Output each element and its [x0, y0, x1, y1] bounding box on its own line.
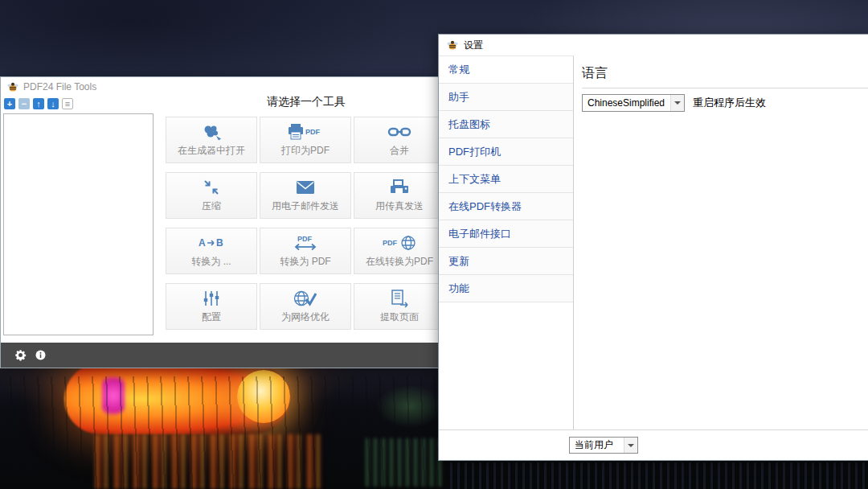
wallpaper-reeds	[0, 376, 450, 489]
fax-icon	[389, 178, 410, 197]
tool-convert-to-pdf-online[interactable]: PDF在线转换为PDF	[354, 228, 445, 274]
tool-label: 合并	[390, 144, 409, 158]
settings-body: 常规助手托盘图标PDF打印机上下文菜单在线PDF转换器电子邮件接口更新功能 语言…	[439, 55, 868, 429]
tool-label: 打印为PDF	[281, 144, 330, 158]
tools-grid: 在生成器中打开PDF打印为PDF合并压缩用电子邮件发送用传真发送AB转换为 ..…	[166, 117, 445, 330]
online-pdf-icon: PDF	[383, 233, 416, 253]
pdf24-statusbar	[1, 343, 447, 368]
info-icon[interactable]	[35, 349, 47, 361]
settings-menu-item-4[interactable]: PDF打印机	[439, 138, 573, 166]
configure-icon	[202, 289, 221, 308]
wallpaper-water-right	[450, 462, 868, 489]
settings-window: 设置 常规助手托盘图标PDF打印机上下文菜单在线PDF转换器电子邮件接口更新功能…	[438, 34, 868, 461]
settings-footer: 当前用户	[439, 429, 868, 460]
pdf24-titlebar[interactable]: PDF24 File Tools	[1, 77, 447, 97]
merge-icon	[387, 122, 411, 142]
remove-file-icon[interactable]: −	[18, 98, 30, 109]
compress-icon	[202, 178, 221, 197]
settings-menu: 常规助手托盘图标PDF打印机上下文菜单在线PDF转换器电子邮件接口更新功能	[439, 55, 574, 429]
tool-send-by-fax[interactable]: 用传真发送	[354, 172, 445, 219]
add-file-icon[interactable]: +	[4, 98, 15, 109]
tool-open-in-creator[interactable]: 在生成器中打开	[166, 117, 257, 163]
tool-label: 用传真发送	[375, 199, 424, 213]
settings-menu-item-9[interactable]: 功能	[439, 275, 573, 302]
tool-merge[interactable]: 合并	[354, 117, 445, 163]
tool-label: 转换为 PDF	[280, 255, 330, 269]
tool-send-by-email[interactable]: 用电子邮件发送	[260, 172, 351, 219]
settings-gear-icon[interactable]	[14, 349, 27, 361]
extract-pages-icon	[389, 289, 410, 308]
web-optimize-icon	[293, 289, 318, 308]
tool-label: 用电子邮件发送	[272, 199, 339, 213]
tool-compress[interactable]: 压缩	[166, 172, 257, 219]
tool-print-to-pdf[interactable]: PDF打印为PDF	[260, 117, 351, 163]
convert-ab-icon: AB	[198, 233, 225, 253]
tool-convert-to[interactable]: AB转换为 ...	[166, 228, 257, 274]
tool-configure[interactable]: 配置	[166, 283, 257, 330]
tool-label: 压缩	[202, 199, 221, 213]
tool-extract-pages[interactable]: 提取页面	[354, 283, 445, 330]
svg-text:A: A	[199, 237, 206, 249]
tool-label: 在线转换为PDF	[366, 255, 433, 269]
move-up-icon[interactable]: ↑	[33, 98, 44, 109]
tool-label: 配置	[202, 310, 221, 324]
settings-menu-item-6[interactable]: 在线PDF转换器	[439, 193, 573, 220]
settings-menu-item-2[interactable]: 助手	[439, 84, 573, 111]
settings-scope-value: 当前用户	[575, 438, 613, 452]
settings-menu-item-3[interactable]: 托盘图标	[439, 111, 573, 138]
language-row: ChineseSimplified 重启程序后生效	[582, 94, 868, 112]
printer-pdf-icon: PDF	[287, 122, 324, 142]
svg-text:B: B	[216, 237, 223, 249]
tool-optimize-for-web[interactable]: 为网络优化	[260, 283, 351, 330]
tool-convert-to-pdf[interactable]: PDF转换为 PDF	[260, 228, 351, 274]
settings-menu-item-7[interactable]: 电子邮件接口	[439, 220, 573, 248]
tool-label: 转换为 ...	[191, 255, 231, 269]
file-list-panel[interactable]	[3, 113, 154, 335]
chevron-down-icon	[624, 438, 637, 453]
pdf24-bee-icon	[7, 81, 18, 92]
settings-titlebar[interactable]: 设置	[439, 35, 868, 55]
svg-text:PDF: PDF	[305, 128, 321, 136]
settings-window-title: 设置	[464, 39, 483, 52]
restart-note: 重启程序后生效	[693, 96, 766, 110]
settings-bee-icon	[447, 39, 458, 51]
settings-scope-dropdown[interactable]: 当前用户	[569, 437, 638, 454]
pdf24-window: PDF24 File Tools +−↑↓≡ 请选择一个工具 在生成器中打开PD…	[0, 76, 448, 368]
svg-text:PDF: PDF	[383, 239, 398, 247]
email-icon	[295, 178, 316, 197]
tool-label: 提取页面	[380, 310, 419, 324]
language-section-heading: 语言	[582, 65, 868, 82]
tool-label: 为网络优化	[281, 310, 330, 324]
pdf24-window-title: PDF24 File Tools	[23, 81, 96, 92]
settings-content: 语言 ChineseSimplified 重启程序后生效	[574, 55, 868, 429]
language-dropdown-value: ChineseSimplified	[588, 97, 665, 109]
convert-pdf-icon: PDF	[292, 233, 319, 253]
svg-text:PDF: PDF	[297, 235, 313, 243]
creator-icon	[201, 122, 222, 142]
pdf24-toolbar: +−↑↓≡	[4, 98, 73, 109]
settings-menu-item-1[interactable]: 常规	[439, 56, 573, 84]
section-divider	[582, 88, 868, 88]
file-list-icon[interactable]: ≡	[62, 98, 73, 109]
settings-menu-item-8[interactable]: 更新	[439, 248, 573, 275]
language-dropdown[interactable]: ChineseSimplified	[582, 94, 685, 112]
tool-chooser-heading: 请选择一个工具	[166, 95, 447, 109]
move-down-icon[interactable]: ↓	[47, 98, 59, 109]
settings-menu-item-5[interactable]: 上下文菜单	[439, 166, 573, 193]
chevron-down-icon	[670, 95, 684, 111]
tool-label: 在生成器中打开	[178, 144, 245, 158]
